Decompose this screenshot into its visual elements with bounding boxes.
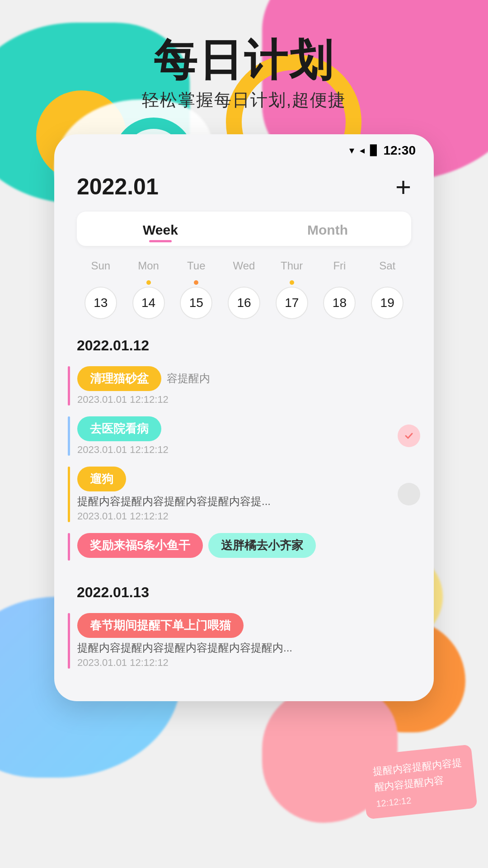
- bottom-strip: 提醒内容提醒内容提醒内容提醒内容 12:12:12: [360, 744, 477, 819]
- task-tags-3: 遛狗: [77, 467, 390, 491]
- section-date-1: 2022.01.12: [54, 328, 434, 361]
- header: 每日计划 轻松掌握每日计划,超便捷: [0, 0, 488, 121]
- day-header-fri: Fri: [316, 255, 364, 277]
- task-meta-3: 2023.01.01 12:12:12: [77, 510, 390, 522]
- checkmark-icon: [404, 430, 414, 441]
- tab-week-underline: [149, 240, 172, 242]
- task-meta-5: 2023.01.01 12:12:12: [77, 657, 420, 669]
- add-event-button[interactable]: +: [395, 171, 411, 203]
- task-meta-2: 2023.01.01 12:12:12: [77, 444, 390, 456]
- view-tabs: Week Month: [77, 212, 411, 246]
- tab-month[interactable]: Month: [244, 212, 411, 246]
- task-tag-4-1: 奖励来福5条小鱼干: [77, 533, 203, 558]
- task-row-5[interactable]: 春节期间提醒下单上门喂猫 提醒内容提醒内容提醒内容提醒内容提醒内... 2023…: [54, 608, 434, 674]
- day-header-sun: Sun: [77, 255, 125, 277]
- day-cell-13[interactable]: 13: [77, 280, 125, 319]
- task-row-3[interactable]: 遛狗 提醒内容提醒内容提醒内容提醒内容提... 2023.01.01 12:12…: [54, 461, 434, 528]
- day-dot-19: [385, 280, 389, 285]
- day-dot-14: [146, 280, 151, 285]
- task-content-1: 清理猫砂盆 容提醒内 2023.01.01 12:12:12: [77, 366, 420, 406]
- section-date-2: 2022.01.13: [54, 575, 434, 608]
- task-meta-1: 2023.01.01 12:12:12: [77, 394, 420, 406]
- task-desc-5: 提醒内容提醒内容提醒内容提醒内容提醒内...: [77, 641, 420, 655]
- day-numbers-row: 13 14 15 16 17 18 19: [54, 277, 434, 328]
- task-line-4: [68, 533, 70, 561]
- task-line-5: [68, 613, 70, 669]
- day-number-18: 18: [323, 287, 356, 319]
- task-tags-4: 奖励来福5条小鱼干 送胖橘去小齐家: [77, 533, 420, 558]
- day-dot-17: [290, 280, 294, 285]
- task-content-3: 遛狗 提醒内容提醒内容提醒内容提醒内容提... 2023.01.01 12:12…: [77, 467, 390, 522]
- task-row-4[interactable]: 奖励来福5条小鱼干 送胖橘去小齐家: [54, 528, 434, 566]
- phone-card: ▾ ◂ ▉ 12:30 2022.01 + Week Month Sun Mon…: [54, 134, 434, 701]
- day-header-mon: Mon: [125, 255, 173, 277]
- task-list-section-2: 春节期间提醒下单上门喂猫 提醒内容提醒内容提醒内容提醒内容提醒内... 2023…: [54, 608, 434, 683]
- task-content-5: 春节期间提醒下单上门喂猫 提醒内容提醒内容提醒内容提醒内容提醒内... 2023…: [77, 613, 420, 669]
- day-headers-row: Sun Mon Tue Wed Thur Fri Sat: [54, 250, 434, 277]
- day-cell-14[interactable]: 14: [125, 280, 173, 319]
- day-cell-18[interactable]: 18: [316, 280, 364, 319]
- task-row-2[interactable]: 去医院看病 2023.01.01 12:12:12: [54, 411, 434, 461]
- calendar-current-date: 2022.01: [77, 174, 159, 200]
- task-check-icon-2: [398, 425, 420, 447]
- task-list-section-1: 清理猫砂盆 容提醒内 2023.01.01 12:12:12 去医院看病 202…: [54, 361, 434, 575]
- day-header-wed: Wed: [220, 255, 268, 277]
- tab-week[interactable]: Week: [77, 212, 244, 246]
- task-line-1: [68, 366, 70, 406]
- day-header-sat: Sat: [363, 255, 411, 277]
- app-subtitle: 轻松掌握每日计划,超便捷: [0, 89, 488, 112]
- day-number-16: 16: [228, 287, 260, 319]
- day-dot-18: [337, 280, 342, 285]
- bottom-spacer: [54, 683, 434, 701]
- wifi-icon: ▾: [349, 145, 354, 156]
- battery-icon: ▉: [370, 145, 378, 156]
- task-desc-3: 提醒内容提醒内容提醒内容提醒内容提...: [77, 494, 390, 509]
- task-tag-5-1: 春节期间提醒下单上门喂猫: [77, 613, 244, 638]
- day-number-19: 19: [371, 287, 404, 319]
- task-line-2: [68, 416, 70, 456]
- bottom-strip-text: 提醒内容提醒内容提醒内容提醒内容: [372, 755, 464, 796]
- task-tag-1-1: 清理猫砂盆: [77, 366, 161, 391]
- day-dot-16: [242, 280, 246, 285]
- status-time: 12:30: [383, 143, 416, 158]
- app-title: 每日计划: [0, 36, 488, 84]
- day-cell-17[interactable]: 17: [268, 280, 316, 319]
- tab-month-label: Month: [307, 222, 348, 237]
- day-number-17: 17: [276, 287, 308, 319]
- task-tags-1: 清理猫砂盆 容提醒内: [77, 366, 420, 391]
- day-dot-15: [194, 280, 198, 285]
- day-cell-19[interactable]: 19: [363, 280, 411, 319]
- day-header-thur: Thur: [268, 255, 316, 277]
- day-number-13: 13: [84, 287, 117, 319]
- day-number-14: 14: [132, 287, 165, 319]
- day-cell-16[interactable]: 16: [220, 280, 268, 319]
- tab-week-label: Week: [143, 222, 178, 237]
- task-tags-5: 春节期间提醒下单上门喂猫: [77, 613, 420, 638]
- task-tags-2: 去医院看病: [77, 416, 390, 441]
- day-cell-15[interactable]: 15: [172, 280, 220, 319]
- task-content-4: 奖励来福5条小鱼干 送胖橘去小齐家: [77, 533, 420, 561]
- status-bar: ▾ ◂ ▉ 12:30: [54, 134, 434, 162]
- calendar-header: 2022.01 +: [54, 162, 434, 207]
- day-number-15: 15: [180, 287, 212, 319]
- task-tag-3-1: 遛狗: [77, 467, 126, 491]
- task-tag-4-2: 送胖橘去小齐家: [208, 533, 316, 558]
- day-header-tue: Tue: [172, 255, 220, 277]
- task-tag-2-1: 去医院看病: [77, 416, 161, 441]
- task-check-empty-3: [398, 483, 420, 505]
- task-row-1[interactable]: 清理猫砂盆 容提醒内 2023.01.01 12:12:12: [54, 361, 434, 411]
- task-tag-1-overflow: 容提醒内: [167, 371, 210, 386]
- task-line-3: [68, 467, 70, 522]
- day-dot-13: [99, 280, 103, 285]
- signal-icon: ◂: [360, 145, 365, 156]
- task-content-2: 去医院看病 2023.01.01 12:12:12: [77, 416, 390, 456]
